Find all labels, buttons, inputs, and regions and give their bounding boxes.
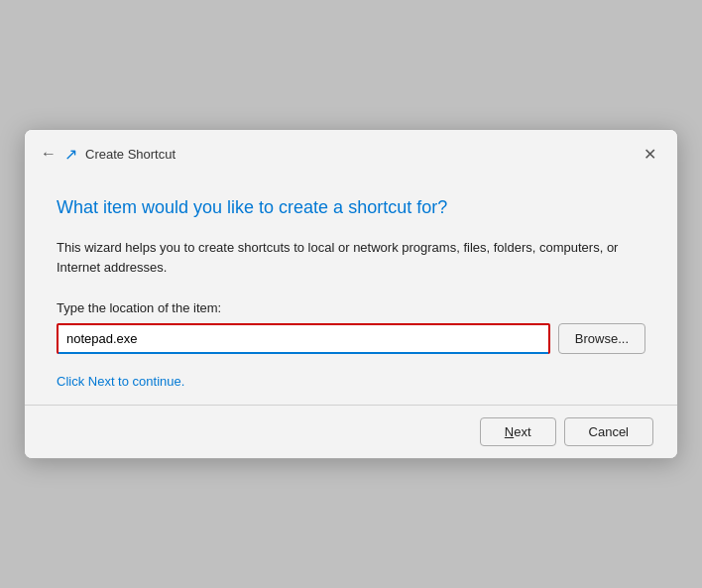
title-bar-left: ← ↗ Create Shortcut — [41, 145, 176, 164]
dialog-footer: Next Cancel — [25, 405, 677, 458]
location-label: Type the location of the item: — [57, 300, 645, 315]
dialog-content: What item would you like to create a sho… — [25, 174, 677, 405]
click-next-text: Click Next to continue. — [57, 374, 645, 389]
close-button[interactable]: ✕ — [638, 142, 661, 166]
next-button[interactable]: Next — [480, 417, 556, 446]
browse-button[interactable]: Browse... — [558, 323, 645, 354]
create-shortcut-dialog: ← ↗ Create Shortcut ✕ What item would yo… — [24, 129, 678, 459]
description-text: This wizard helps you to create shortcut… — [57, 238, 645, 277]
location-input[interactable] — [58, 325, 548, 354]
input-row: Browse... — [57, 323, 645, 354]
dialog-title: Create Shortcut — [85, 147, 176, 162]
next-underline: Next — [505, 424, 531, 439]
back-button[interactable]: ← — [41, 145, 57, 163]
main-question: What item would you like to create a sho… — [57, 197, 645, 218]
wizard-icon: ↗ — [64, 145, 77, 164]
cancel-button[interactable]: Cancel — [564, 417, 653, 446]
location-input-wrapper — [57, 323, 550, 354]
title-bar: ← ↗ Create Shortcut ✕ — [25, 130, 677, 174]
